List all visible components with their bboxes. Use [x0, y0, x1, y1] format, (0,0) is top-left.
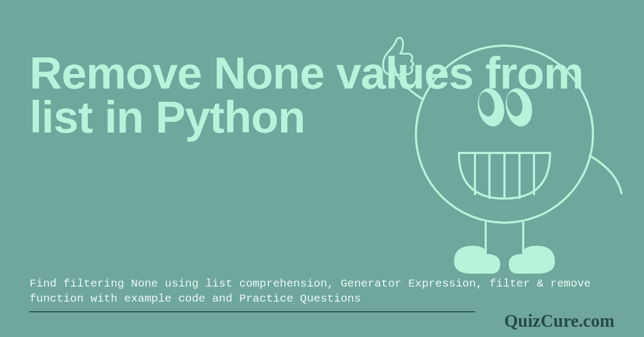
divider-line — [30, 311, 475, 312]
thumbs-up-mascot-icon — [365, 32, 623, 279]
brand-label: QuizCure.com — [504, 311, 614, 331]
page-subtitle: Find filtering None using list comprehen… — [30, 276, 644, 307]
